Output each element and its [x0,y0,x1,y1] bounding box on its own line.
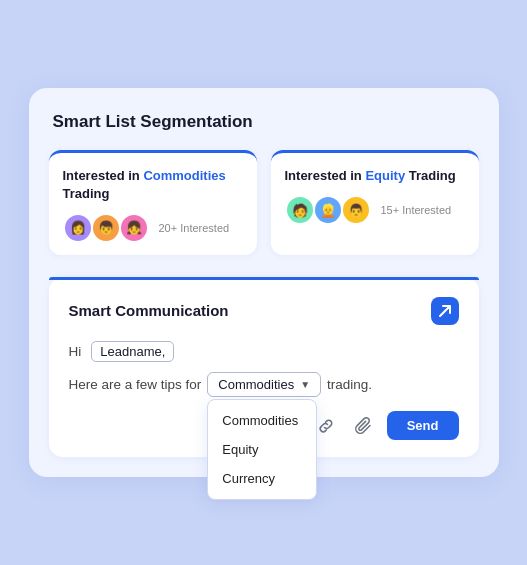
avatar-face-1: 👩 [65,215,91,241]
avatar-4: 🧑 [285,195,315,225]
page-title: Smart List Segmentation [49,112,479,132]
attachment-button[interactable] [349,411,379,441]
avatar-face-6: 👨 [343,197,369,223]
segment-pre-text: Interested in [63,168,144,183]
avatar-face-2: 👦 [93,215,119,241]
link-icon [317,417,335,435]
dropdown-selected-value: Commodities [218,377,294,392]
tips-pre-text: Here are a few tips for [69,377,202,392]
comm-arrow-button[interactable] [431,297,459,325]
equity-avatars-row: 🧑 👱 👨 15+ Interested [285,195,465,225]
equity-highlight: Equity [365,168,405,183]
equity-post-text: Trading [405,168,456,183]
commodities-avatars-row: 👩 👦 👧 20+ Interested [63,213,243,243]
attachment-icon [355,417,373,435]
commodities-highlight: Commodities [143,168,225,183]
avatar-3: 👧 [119,213,149,243]
dropdown-button[interactable]: Commodities ▼ [207,372,321,397]
hi-row: Hi Leadname, [69,341,459,362]
dropdown-item-commodities[interactable]: Commodities [208,406,316,435]
equity-pre-text: Interested in [285,168,366,183]
leadname-badge: Leadname, [91,341,174,362]
avatar-1: 👩 [63,213,93,243]
dropdown-container: Commodities ▼ Commodities Equity Currenc… [207,372,321,397]
segment-card-equity-title: Interested in Equity Trading [285,167,465,185]
comm-header: Smart Communication [69,297,459,325]
tips-row: Here are a few tips for Commodities ▼ Co… [69,372,459,397]
segment-cards-container: Interested in Commodities Trading 👩 👦 👧 … [49,150,479,254]
hi-label: Hi [69,344,82,359]
segment-card-equity: Interested in Equity Trading 🧑 👱 👨 15+ I… [271,150,479,254]
commodities-interested-count: 20+ Interested [159,222,230,234]
send-button[interactable]: Send [387,411,459,440]
avatar-face-5: 👱 [315,197,341,223]
tips-post-text: trading. [327,377,372,392]
segment-post-text: Trading [63,186,110,201]
segment-card-commodities: Interested in Commodities Trading 👩 👦 👧 … [49,150,257,254]
avatar-face-4: 🧑 [287,197,313,223]
comm-title: Smart Communication [69,302,229,319]
avatar-2: 👦 [91,213,121,243]
dropdown-item-currency[interactable]: Currency [208,464,316,493]
arrow-icon [438,304,452,318]
main-card: Smart List Segmentation Interested in Co… [29,88,499,476]
avatar-5: 👱 [313,195,343,225]
dropdown-arrow-icon: ▼ [300,379,310,390]
equity-interested-count: 15+ Interested [381,204,452,216]
dropdown-menu: Commodities Equity Currency [207,399,317,500]
smart-communication-card: Smart Communication Hi Leadname, Here ar… [49,277,479,457]
avatar-face-3: 👧 [121,215,147,241]
avatar-6: 👨 [341,195,371,225]
segment-card-commodities-title: Interested in Commodities Trading [63,167,243,202]
comm-card-top-border [49,277,479,280]
dropdown-item-equity[interactable]: Equity [208,435,316,464]
